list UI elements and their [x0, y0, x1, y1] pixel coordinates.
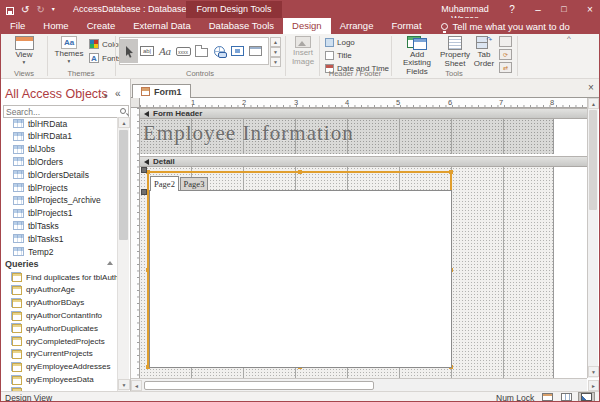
- title-button[interactable]: Title: [325, 51, 352, 60]
- nav-table-item[interactable]: tblTasks1: [1, 232, 127, 245]
- maximize-button[interactable]: □: [553, 1, 575, 18]
- query-icon: [11, 323, 22, 333]
- label-tool[interactable]: Aa: [156, 39, 174, 63]
- nav-query-item[interactable]: Find duplicates for tblAuthors: [1, 271, 127, 284]
- property-sheet-button[interactable]: Property Sheet: [439, 36, 471, 68]
- collapse-ribbon-icon[interactable]: ^: [567, 34, 571, 43]
- tab-order-button[interactable]: ↷ Tab Order: [471, 36, 497, 68]
- resize-handle[interactable]: [449, 170, 453, 174]
- tab-format[interactable]: Format: [382, 18, 430, 34]
- query-icon: [11, 349, 22, 359]
- themes-dropdown-icon: ▾: [68, 59, 71, 63]
- themes-button[interactable]: Aa Themes ▾: [53, 36, 85, 63]
- tab-arrange[interactable]: Arrange: [331, 18, 383, 34]
- collapse-group-icon[interactable]: [107, 261, 113, 265]
- scroll-down-icon[interactable]: ▼: [118, 379, 130, 390]
- vertical-scrollbar[interactable]: ▲ ▼: [587, 98, 598, 378]
- button-tool[interactable]: xxxx: [174, 39, 192, 63]
- view-dropdown-icon: ▾: [23, 60, 26, 64]
- redo-button[interactable]: ↻: [36, 2, 44, 17]
- insert-image-button[interactable]: Insert Image: [289, 36, 317, 66]
- nav-table-item[interactable]: tblProjects1: [1, 207, 127, 220]
- nav-table-item[interactable]: tblTasks: [1, 219, 127, 232]
- hyperlink-tool[interactable]: [210, 39, 228, 63]
- scrollbar-thumb[interactable]: [119, 130, 128, 240]
- subform-in-new-window-icon[interactable]: [499, 36, 512, 47]
- nav-table-item[interactable]: Temp2: [1, 245, 127, 258]
- scroll-down-icon[interactable]: ▼: [588, 366, 599, 377]
- tab-home[interactable]: Home: [34, 18, 77, 34]
- tab-page2[interactable]: Page2: [150, 176, 179, 191]
- navigation-control-tool[interactable]: [246, 39, 264, 63]
- scrollbar-thumb[interactable]: [589, 110, 597, 210]
- num-lock-indicator: Num Lock: [496, 393, 534, 402]
- datasheet-view-button[interactable]: [558, 393, 575, 402]
- save-button[interactable]: [6, 1, 14, 19]
- scroll-left-icon[interactable]: ◄: [131, 380, 142, 391]
- nav-pane-scrollbar[interactable]: ▲ ▼: [117, 117, 129, 391]
- tab-control-body[interactable]: [149, 190, 452, 368]
- nav-pane-title[interactable]: All Access Objects: [5, 87, 108, 101]
- nav-query-item[interactable]: qryEmployeeAddresses: [1, 360, 127, 373]
- scroll-right-icon[interactable]: ►: [588, 380, 599, 391]
- nav-table-item[interactable]: tblProjects_Archive: [1, 194, 127, 207]
- text-box-tool[interactable]: ab|: [138, 39, 156, 63]
- gallery-scroll-down-icon[interactable]: ▼: [270, 47, 281, 57]
- scrollbar-thumb[interactable]: [144, 381, 374, 390]
- nav-query-item[interactable]: qryCurrentProjects: [1, 347, 127, 360]
- nav-table-item[interactable]: tblHRData1: [1, 130, 127, 143]
- nav-table-item[interactable]: tblOrders: [1, 155, 127, 168]
- view-button[interactable]: View ▾: [9, 36, 39, 64]
- customize-qat-button[interactable]: ▾: [52, 2, 55, 17]
- ruler-corner: [131, 98, 140, 108]
- form-view-button[interactable]: [539, 393, 556, 402]
- tab-file[interactable]: File: [1, 18, 34, 34]
- design-view-button[interactable]: [578, 392, 595, 402]
- nav-query-item[interactable]: qryCompletedProjects: [1, 335, 127, 348]
- tab-design[interactable]: Design: [283, 18, 331, 34]
- nav-table-item[interactable]: tblHRData: [1, 117, 127, 130]
- form-title-label[interactable]: Employee Information: [143, 121, 354, 146]
- help-button[interactable]: ?: [501, 1, 523, 18]
- nav-query-item[interactable]: qryAuthorContantInfo: [1, 309, 127, 322]
- form-header-grid[interactable]: Employee Information: [140, 119, 554, 154]
- nav-query-item[interactable]: qryAuthorDuplicates: [1, 322, 127, 335]
- tab-database-tools[interactable]: Database Tools: [200, 18, 283, 34]
- minimize-button[interactable]: –: [527, 1, 549, 18]
- gallery-scroll-up-icon[interactable]: ▲: [270, 37, 281, 47]
- navigation-pane: All Access Objects ▾ « tblHRData tblHRDa…: [1, 79, 131, 391]
- select-tool[interactable]: [120, 39, 138, 63]
- nav-query-item[interactable]: qryEmployeesData: [1, 373, 127, 386]
- tell-me-box[interactable]: Tell me what you want to do: [441, 18, 570, 34]
- undo-button[interactable]: ↺: [21, 2, 29, 17]
- tab-form1[interactable]: Form1: [132, 84, 191, 98]
- tab-page3[interactable]: Page3: [180, 177, 208, 190]
- tab-external-data[interactable]: External Data: [124, 18, 200, 34]
- web-browser-control-tool[interactable]: [228, 39, 246, 63]
- move-handle[interactable]: [141, 189, 147, 195]
- nav-table-item[interactable]: tblOrdersDetails: [1, 168, 127, 181]
- nav-table-item[interactable]: tblProjects: [1, 181, 127, 194]
- resize-handle[interactable]: [298, 170, 302, 174]
- collapse-nav-pane-button[interactable]: «: [115, 88, 121, 99]
- gallery-more-icon[interactable]: ▼: [270, 57, 281, 67]
- logo-button[interactable]: Logo: [325, 38, 355, 47]
- tab-create[interactable]: Create: [78, 18, 125, 34]
- scroll-up-icon[interactable]: ▲: [588, 98, 599, 109]
- form-header-section-bar[interactable]: Form Header: [140, 108, 587, 119]
- close-button[interactable]: ×: [579, 1, 600, 18]
- close-document-icon[interactable]: ×: [585, 82, 597, 93]
- nav-query-item[interactable]: qryAuthorAge: [1, 283, 127, 296]
- nav-query-item[interactable]: qryAuthorBDays: [1, 296, 127, 309]
- search-input[interactable]: [6, 106, 114, 117]
- view-code-icon[interactable]: ⟳: [499, 49, 512, 60]
- detail-section-bar[interactable]: Detail: [140, 156, 587, 167]
- horizontal-scrollbar[interactable]: ◄: [131, 378, 587, 391]
- tab-control-tool[interactable]: [192, 39, 210, 63]
- nav-table-item[interactable]: tblJobs: [1, 143, 127, 156]
- queries-group-header[interactable]: Queries: [1, 258, 127, 271]
- scroll-up-icon[interactable]: ▲: [118, 117, 130, 128]
- nav-pane-menu-icon[interactable]: ▾: [104, 92, 107, 99]
- title-icon: [325, 51, 334, 60]
- move-handle[interactable]: [141, 167, 147, 173]
